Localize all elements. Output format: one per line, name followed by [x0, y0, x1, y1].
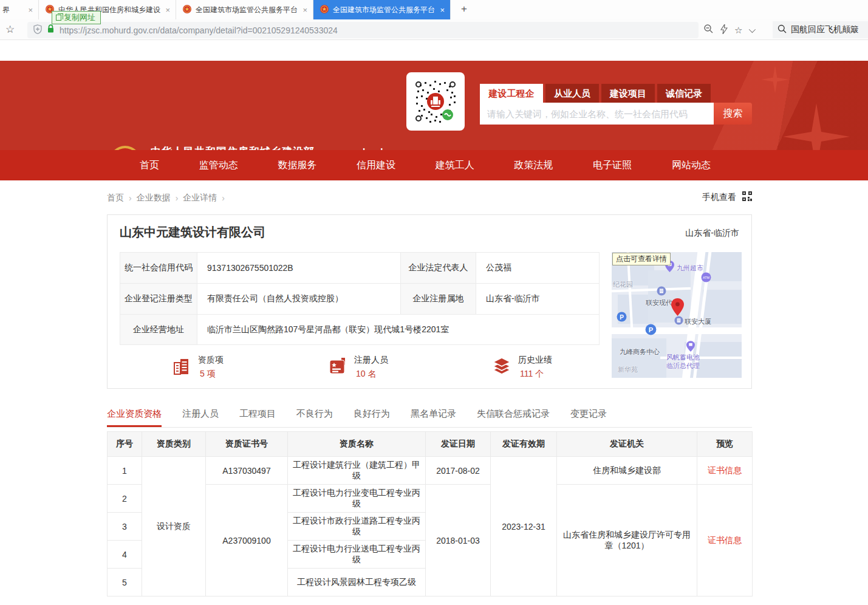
credit-code-value: 91371302675501022B — [197, 253, 401, 284]
stat-registered-personnel[interactable]: 注册人员 10 名 — [327, 355, 388, 380]
company-location-map[interactable]: 点击可查看详情 九州超市 ATM 纪花园 联安现代城 联安大厦 P — [612, 252, 742, 378]
keyword-search-input[interactable] — [480, 103, 714, 125]
browser-tab-3[interactable]: 全国建筑市场监管公共服务平台 × — [176, 0, 313, 19]
nav-item-credit[interactable]: 信用建设 — [354, 150, 398, 180]
tab-change-records[interactable]: 变更记录 — [570, 403, 607, 427]
nav-item-workers[interactable]: 建筑工人 — [433, 150, 477, 180]
company-info-table: 统一社会信用代码 91371302675501022B 企业法定代表人 公茂福 … — [120, 252, 600, 345]
col-index: 序号 — [108, 432, 142, 457]
reader-lightning-icon[interactable] — [720, 24, 728, 36]
stat-label: 注册人员 — [354, 355, 388, 366]
certificate-info-link[interactable]: 证书信息 — [708, 465, 742, 475]
cell-authority: 山东省住房和城乡建设厅许可专用章（1201） — [557, 485, 697, 596]
search-tab-enterprise[interactable]: 建设工程企业 — [480, 84, 543, 103]
quick-search-box[interactable]: 国航回应飞机颠簸 — [773, 21, 868, 38]
mobile-view-link[interactable]: 手机查看 — [702, 192, 736, 203]
zoom-out-icon[interactable] — [703, 24, 714, 36]
cell-name: 工程设计电力行业送电工程专业丙级 — [288, 541, 426, 569]
tab-registered-personnel[interactable]: 注册人员 — [182, 403, 219, 427]
breadcrumb: 首页 企业数据 企业详情 手机查看 — [107, 191, 752, 205]
parking-icon: P — [617, 312, 627, 324]
copy-url-tooltip[interactable]: 复制网址 — [52, 11, 101, 24]
map-label-garden: 纪花园 — [613, 280, 633, 289]
hot-search-text[interactable]: 国航回应飞机颠簸 — [791, 24, 859, 35]
map-label-fengfan-1: 风帆蓄电池 — [666, 353, 700, 362]
bookmark-star-icon[interactable]: ☆ — [5, 23, 15, 36]
tab-good-behavior[interactable]: 良好行为 — [354, 403, 390, 427]
poi-building-icon — [657, 286, 666, 298]
wechat-qr-code — [406, 72, 465, 131]
close-icon[interactable]: × — [440, 5, 445, 15]
nav-item-e-license[interactable]: 电子证照 — [590, 150, 634, 180]
address-label: 企业经营地址 — [120, 315, 197, 345]
close-icon[interactable]: × — [302, 5, 307, 15]
cell-category: 设计资质 — [142, 457, 206, 596]
map-label-xinhua: 新华苑 — [618, 365, 638, 374]
map-label-lianan-tower: 联安大厦 — [685, 317, 711, 326]
cell-index: 4 — [108, 541, 142, 569]
tab-bad-behavior[interactable]: 不良行为 — [296, 403, 333, 427]
breadcrumb-home[interactable]: 首页 — [107, 193, 124, 203]
close-icon[interactable]: × — [28, 5, 33, 15]
site-header-banner: 中华人民共和国住房和城乡建设部 www.mohurd.gov.cn 全国建筑市场… — [0, 61, 868, 150]
address-value: 临沂市兰山区陶然路107号星河晶都（联安）现代城1号楼2201室 — [197, 315, 600, 345]
nav-item-home[interactable]: 首页 — [137, 150, 162, 180]
address-bar[interactable]: https://jzsc.mohurd.gov.cn/data/company/… — [27, 22, 699, 38]
breadcrumb-company-data[interactable]: 企业数据 — [137, 193, 171, 203]
lock-icon — [47, 24, 55, 36]
cell-cert-no: A237009100 — [206, 485, 288, 596]
tab-qualifications[interactable]: 企业资质资格 — [107, 403, 162, 427]
site-search-module: 建设工程企业 从业人员 建设项目 诚信记录 搜索 — [480, 84, 752, 125]
stat-value: 5 项 — [198, 369, 224, 380]
search-category-tabs: 建设工程企业 从业人员 建设项目 诚信记录 — [480, 84, 752, 103]
browser-tab-1[interactable]: 界 × — [0, 0, 39, 19]
chevron-down-icon[interactable] — [749, 26, 756, 32]
reg-type-label: 企业登记注册类型 — [120, 284, 197, 315]
breadcrumb-separator-icon — [176, 193, 179, 203]
col-category: 资质类别 — [142, 432, 206, 457]
url-text[interactable]: https://jzsc.mohurd.gov.cn/data/company/… — [60, 26, 338, 35]
stat-qualifications[interactable]: 资质项 5 项 — [171, 355, 224, 380]
svg-text:ATM: ATM — [703, 276, 710, 279]
stat-historical-performance[interactable]: 历史业绩 111 个 — [491, 355, 552, 380]
close-icon[interactable]: × — [165, 5, 170, 15]
location-marker-icon — [671, 298, 684, 318]
stat-value: 10 名 — [354, 369, 388, 380]
certificate-info-link[interactable]: 证书信息 — [708, 535, 742, 545]
certificate-icon — [327, 356, 348, 379]
tab-dishonesty[interactable]: 失信联合惩戒记录 — [477, 403, 550, 427]
banner-star-decoration — [761, 66, 789, 94]
nav-item-data-service[interactable]: 数据服务 — [275, 150, 319, 180]
svg-text:P: P — [649, 326, 654, 333]
nav-item-policy[interactable]: 政策法规 — [512, 150, 556, 180]
browser-tabstrip: 界 × 中华人民共和国住房和城乡建设 × 全国建筑市场监管公共服务平台 × 全国… — [0, 0, 868, 19]
tab-projects[interactable]: 工程项目 — [239, 403, 276, 427]
search-tab-project[interactable]: 建设项目 — [601, 84, 655, 103]
qr-code-icon[interactable] — [742, 191, 752, 203]
site-favicon-icon — [320, 4, 329, 16]
nav-item-supervision[interactable]: 监管动态 — [197, 150, 241, 180]
stat-label: 历史业绩 — [518, 355, 552, 366]
favorite-star-icon[interactable]: ☆ — [734, 25, 742, 36]
nav-item-site-news[interactable]: 网站动态 — [669, 150, 713, 180]
cell-name: 工程设计市政行业道路工程专业丙级 — [288, 513, 426, 541]
cell-name: 工程设计风景园林工程专项乙级 — [288, 569, 426, 596]
breadcrumb-separator-icon — [129, 193, 132, 203]
tab-title: 全国建筑市场监管公共服务平台 — [333, 5, 436, 15]
qualification-table: 序号 资质类别 资质证书号 资质名称 发证日期 发证有效期 发证机关 预览 1 … — [107, 431, 753, 596]
national-emblem-icon — [108, 143, 142, 150]
search-tab-credit[interactable]: 诚信记录 — [657, 84, 711, 103]
shield-icon[interactable] — [33, 24, 42, 36]
new-tab-button[interactable]: + — [457, 2, 471, 17]
map-label-fengfan-2: 临沂总代理 — [666, 361, 700, 371]
browser-tab-active[interactable]: 全国建筑市场监管公共服务平台 × — [313, 0, 451, 19]
cell-valid-until: 2023-12-31 — [491, 457, 557, 596]
col-authority: 发证机关 — [557, 432, 697, 457]
search-button[interactable]: 搜索 — [714, 103, 752, 125]
search-tab-personnel[interactable]: 从业人员 — [545, 84, 599, 103]
cell-cert-no: A137030497 — [206, 457, 288, 485]
reg-place-label: 企业注册属地 — [401, 284, 476, 315]
reg-type-value: 有限责任公司（自然人投资或控股） — [197, 284, 401, 315]
browser-window: 界 × 中华人民共和国住房和城乡建设 × 全国建筑市场监管公共服务平台 × 全国… — [0, 0, 868, 605]
tab-blacklist[interactable]: 黑名单记录 — [411, 403, 456, 427]
